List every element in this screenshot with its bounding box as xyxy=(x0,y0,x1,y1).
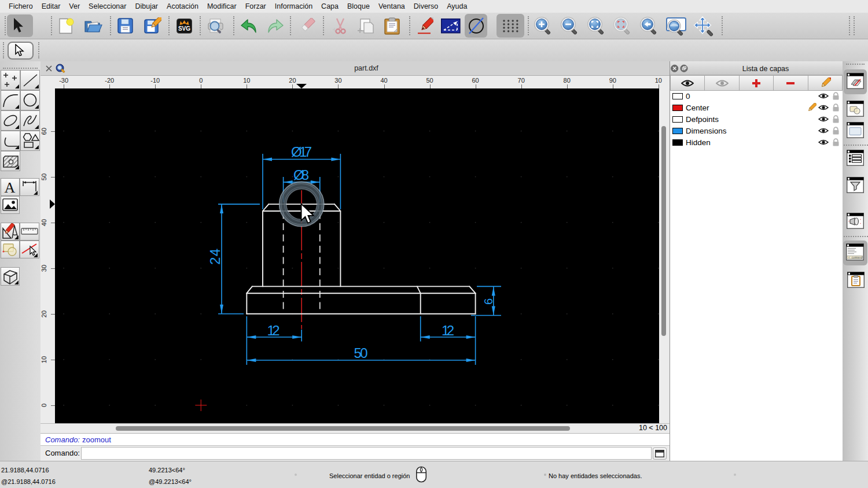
svg-text:50: 50 xyxy=(354,345,368,361)
svg-text:SVG: SVG xyxy=(178,25,190,32)
svg-text:Ø17: Ø17 xyxy=(291,144,312,160)
svg-text:Lista de capas: Lista de capas xyxy=(742,65,789,73)
svg-text:12: 12 xyxy=(442,323,454,338)
svg-text:12: 12 xyxy=(267,323,280,338)
svg-text:A: A xyxy=(5,179,16,195)
svg-text:Ø8: Ø8 xyxy=(293,167,309,183)
svg-text:6: 6 xyxy=(482,298,495,305)
svg-text:< command: < command xyxy=(848,256,863,259)
svg-text:24: 24 xyxy=(207,249,223,265)
